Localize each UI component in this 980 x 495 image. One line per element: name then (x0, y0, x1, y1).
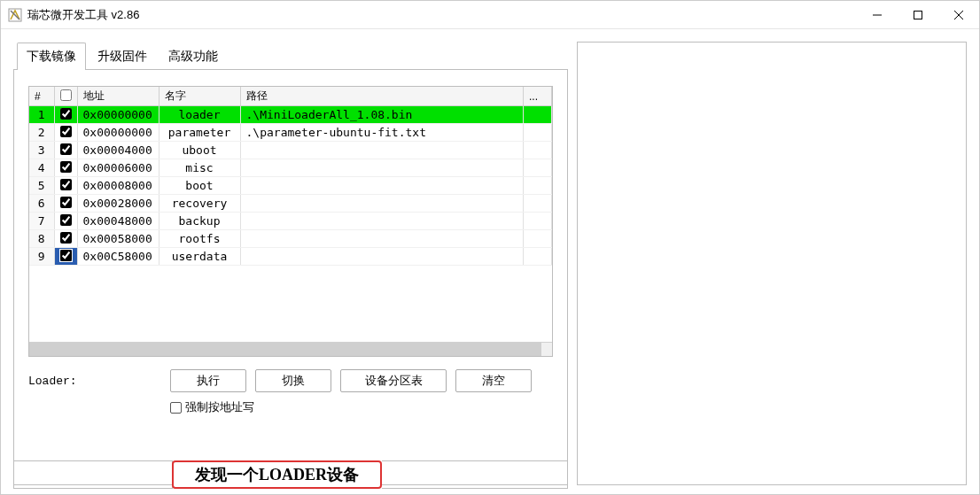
client-area: 下载镜像 升级固件 高级功能 # 地址 名字 路径 (1, 29, 979, 494)
cell-more[interactable] (524, 213, 552, 230)
cell-index: 1 (29, 106, 54, 124)
cell-check[interactable] (54, 142, 77, 159)
cell-path[interactable]: .\MiniLoaderAll_1.08.bin (240, 106, 524, 124)
table-row[interactable]: 10x00000000loader.\MiniLoaderAll_1.08.bi… (29, 106, 552, 124)
cell-name[interactable]: loader (159, 106, 240, 124)
col-header-path[interactable]: 路径 (240, 87, 524, 106)
cell-address[interactable]: 0x00C58000 (77, 248, 159, 266)
force-write-label: 强制按地址写 (185, 399, 254, 415)
cell-address[interactable]: 0x00006000 (77, 159, 159, 177)
header-checkbox[interactable] (60, 89, 72, 101)
cell-address[interactable]: 0x00028000 (77, 195, 159, 213)
cell-check[interactable] (54, 124, 77, 142)
row-checkbox[interactable] (60, 197, 72, 208)
cell-check[interactable] (54, 195, 77, 213)
cell-path[interactable]: .\parameter-ubuntu-fit.txt (240, 124, 524, 142)
clear-button[interactable]: 清空 (455, 369, 532, 392)
tab-download[interactable]: 下载镜像 (17, 43, 86, 70)
cell-path[interactable] (240, 159, 524, 177)
partition-grid[interactable]: # 地址 名字 路径 ... 10x00000000loader.\MiniLo… (29, 87, 552, 266)
cell-name[interactable]: backup (159, 213, 240, 230)
col-header-check[interactable] (54, 87, 77, 106)
cell-name[interactable]: misc (159, 159, 240, 177)
cell-address[interactable]: 0x00058000 (77, 230, 159, 248)
table-row[interactable]: 90x00C58000userdata (29, 248, 552, 266)
switch-button[interactable]: 切换 (255, 369, 331, 392)
row-checkbox[interactable] (60, 214, 72, 226)
status-left-segment (13, 460, 173, 489)
cell-more[interactable] (524, 195, 552, 213)
cell-path[interactable] (240, 248, 524, 266)
horizontal-scrollbar[interactable] (29, 342, 552, 356)
row-checkbox[interactable] (60, 161, 72, 173)
col-header-more[interactable]: ... (524, 87, 552, 106)
cell-check[interactable] (54, 248, 77, 266)
cell-name[interactable]: uboot (159, 142, 240, 159)
close-button[interactable] (938, 1, 979, 29)
force-write-checkbox[interactable] (170, 402, 182, 414)
cell-address[interactable]: 0x00000000 (77, 124, 159, 142)
cell-address[interactable]: 0x00048000 (77, 213, 159, 230)
cell-path[interactable] (240, 177, 524, 195)
table-row[interactable]: 70x00048000backup (29, 213, 552, 230)
cell-index: 9 (29, 248, 54, 266)
col-header-index[interactable]: # (29, 87, 54, 106)
app-window: 瑞芯微开发工具 v2.86 下载镜像 升级固件 高级功能 (0, 0, 980, 495)
svg-rect-2 (914, 11, 922, 19)
table-row[interactable]: 30x00004000uboot (29, 142, 552, 159)
device-status: 发现一个LOADER设备 (172, 460, 382, 489)
cell-more[interactable] (524, 159, 552, 177)
table-row[interactable]: 50x00008000boot (29, 177, 552, 195)
log-panel[interactable] (577, 42, 967, 485)
row-checkbox[interactable] (60, 143, 72, 155)
cell-more[interactable] (524, 248, 552, 266)
status-right-segment (382, 460, 568, 489)
row-checkbox[interactable] (60, 179, 72, 190)
minimize-button[interactable] (857, 1, 898, 29)
row-checkbox[interactable] (60, 232, 72, 244)
cell-more[interactable] (524, 177, 552, 195)
col-header-address[interactable]: 地址 (77, 87, 159, 106)
cell-name[interactable]: userdata (159, 248, 240, 266)
tab-upgrade[interactable]: 升级固件 (88, 43, 157, 70)
cell-name[interactable]: rootfs (159, 230, 240, 248)
cell-name[interactable]: boot (159, 177, 240, 195)
row-checkbox[interactable] (60, 126, 72, 137)
cell-name[interactable]: parameter (159, 124, 240, 142)
partition-table-button[interactable]: 设备分区表 (340, 369, 447, 392)
row-checkbox[interactable] (60, 250, 72, 261)
cell-path[interactable] (240, 213, 524, 230)
left-panel: 下载镜像 升级固件 高级功能 # 地址 名字 路径 (13, 42, 568, 485)
cell-address[interactable]: 0x00008000 (77, 177, 159, 195)
row-checkbox[interactable] (60, 108, 72, 120)
execute-button[interactable]: 执行 (170, 369, 246, 392)
table-row[interactable]: 60x00028000recovery (29, 195, 552, 213)
window-title: 瑞芯微开发工具 v2.86 (27, 7, 139, 23)
toolbar: Loader: 执行 切换 设备分区表 清空 (28, 369, 553, 392)
cell-address[interactable]: 0x00004000 (77, 142, 159, 159)
table-row[interactable]: 80x00058000rootfs (29, 230, 552, 248)
col-header-name[interactable]: 名字 (159, 87, 240, 106)
maximize-button[interactable] (898, 1, 938, 29)
cell-more[interactable] (524, 124, 552, 142)
cell-check[interactable] (54, 230, 77, 248)
cell-check[interactable] (54, 106, 77, 124)
cell-name[interactable]: recovery (159, 195, 240, 213)
cell-more[interactable] (524, 230, 552, 248)
cell-path[interactable] (240, 195, 524, 213)
cell-more[interactable] (524, 106, 552, 124)
cell-more[interactable] (524, 142, 552, 159)
tab-body: # 地址 名字 路径 ... 10x00000000loader.\MiniLo… (13, 69, 568, 485)
cell-check[interactable] (54, 159, 77, 177)
cell-check[interactable] (54, 213, 77, 230)
table-row[interactable]: 40x00006000misc (29, 159, 552, 177)
cell-check[interactable] (54, 177, 77, 195)
cell-index: 4 (29, 159, 54, 177)
cell-path[interactable] (240, 142, 524, 159)
cell-index: 5 (29, 177, 54, 195)
cell-path[interactable] (240, 230, 524, 248)
table-row[interactable]: 20x00000000parameter.\parameter-ubuntu-f… (29, 124, 552, 142)
cell-address[interactable]: 0x00000000 (77, 106, 159, 124)
loader-label: Loader: (28, 375, 161, 388)
tab-advanced[interactable]: 高级功能 (159, 43, 228, 70)
